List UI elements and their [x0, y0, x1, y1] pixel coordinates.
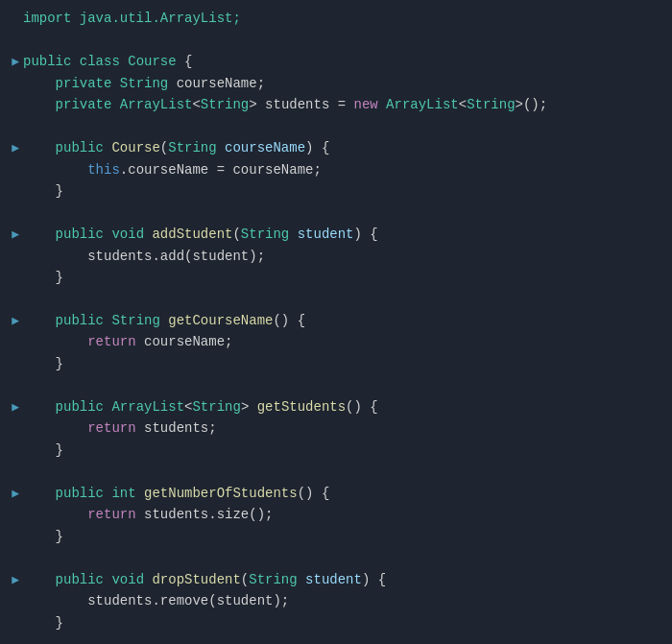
token: public	[56, 140, 112, 155]
gutter-marker: ▶	[8, 485, 23, 505]
token: student	[305, 572, 362, 587]
token	[23, 227, 56, 242]
token: void	[111, 227, 152, 242]
token	[23, 507, 87, 522]
code-line: private ArrayList<String> students = new…	[0, 94, 672, 115]
code-line: }	[0, 180, 672, 202]
token: import java.util.ArrayList;	[23, 11, 241, 26]
token: public	[56, 572, 112, 587]
token: ArrayList	[111, 399, 184, 415]
code-line: return students;	[0, 417, 672, 439]
code-line	[0, 202, 672, 223]
code-content: this.courseName = courseName;	[23, 159, 322, 180]
token: ) {	[353, 227, 377, 242]
code-content: return students;	[23, 417, 217, 439]
code-line: }	[0, 612, 672, 633]
code-line: return courseName;	[0, 331, 672, 352]
code-line: }	[0, 267, 672, 288]
code-content: }	[23, 267, 63, 288]
token: int	[111, 486, 144, 501]
code-line	[0, 461, 672, 482]
token: <	[459, 97, 467, 112]
code-line: this.courseName = courseName;	[0, 159, 672, 180]
code-content: }	[23, 180, 63, 202]
code-content	[23, 633, 31, 644]
code-line: ▶ public String getCourseName() {	[0, 310, 672, 332]
gutter-marker: ▶	[8, 53, 23, 73]
code-content: import java.util.ArrayList;	[23, 8, 241, 29]
token: void	[111, 572, 152, 587]
code-line	[0, 115, 672, 136]
code-content: }	[23, 526, 63, 547]
token: students;	[144, 420, 217, 436]
code-line	[0, 288, 672, 309]
token: (	[160, 140, 168, 155]
code-content: private ArrayList<String> students = new…	[23, 94, 547, 115]
code-line: ▶ public int getNumberOfStudents() {	[0, 483, 672, 505]
code-content	[23, 374, 31, 395]
token: private	[56, 76, 120, 91]
code-content: public int getNumberOfStudents() {	[23, 483, 329, 504]
token	[23, 420, 87, 436]
token	[23, 399, 56, 415]
gutter-marker: ▶	[8, 398, 23, 418]
code-content: public Course(String courseName) {	[23, 137, 329, 158]
token: dropStudent	[152, 572, 240, 587]
token: () {	[273, 313, 305, 328]
token	[23, 140, 56, 155]
code-line: private String courseName;	[0, 73, 672, 94]
code-line: ▶ public void addStudent(String student)…	[0, 224, 672, 246]
token: courseName	[225, 140, 305, 155]
token: public	[56, 486, 112, 501]
token	[23, 162, 87, 178]
token: return	[87, 420, 144, 436]
token: Course	[128, 54, 176, 69]
token: courseName;	[144, 334, 232, 349]
code-line	[0, 29, 672, 50]
token: Course	[111, 140, 159, 155]
code-line: ▶ public Course(String courseName) {	[0, 137, 672, 159]
code-content	[23, 115, 31, 136]
token: courseName;	[177, 76, 265, 91]
code-line: students.add(student);	[0, 246, 672, 267]
code-content	[23, 547, 31, 568]
token: public	[56, 313, 112, 328]
token: student	[298, 227, 354, 242]
token: String	[111, 313, 168, 328]
token: String	[201, 97, 249, 112]
code-line: ▶ public void dropStudent(String student…	[0, 569, 672, 591]
token: students.add(student);	[23, 249, 265, 264]
token: return	[87, 334, 144, 349]
code-content: }	[23, 612, 63, 633]
token: getCourseName	[168, 313, 273, 328]
gutter-marker: ▶	[8, 226, 23, 246]
token: new	[354, 97, 387, 112]
code-content: students.remove(student);	[23, 590, 289, 611]
code-content: public void dropStudent(String student) …	[23, 569, 386, 590]
code-content: public String getCourseName() {	[23, 310, 305, 331]
code-content: public ArrayList<String> getStudents() {	[23, 396, 378, 417]
token: >();	[516, 97, 548, 112]
token: }	[23, 183, 63, 199]
code-line: import java.util.ArrayList;	[0, 8, 672, 29]
code-line: }	[0, 353, 672, 374]
token: () {	[298, 486, 330, 501]
token: students.size();	[144, 507, 273, 522]
token: (	[232, 227, 240, 242]
token: String	[120, 76, 177, 91]
token: {	[177, 54, 193, 69]
code-line: }	[0, 440, 672, 461]
code-content: students.add(student);	[23, 246, 265, 267]
code-editor: import java.util.ArrayList; ▶public clas…	[0, 0, 672, 644]
code-line: ▶ public ArrayList<String> getStudents()…	[0, 396, 672, 418]
code-line	[0, 374, 672, 395]
token	[23, 76, 56, 91]
token: }	[23, 615, 63, 631]
token: () {	[346, 399, 378, 415]
token: public	[23, 54, 80, 69]
token: String	[168, 140, 225, 155]
code-content	[23, 202, 31, 223]
code-content: }	[23, 353, 63, 374]
token: }	[23, 442, 63, 458]
code-content: public class Course {	[23, 51, 192, 72]
